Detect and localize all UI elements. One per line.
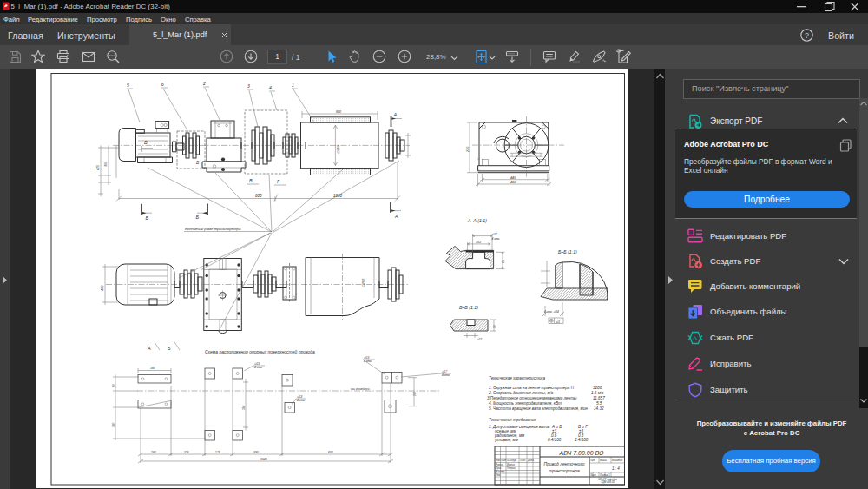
svg-text:3200: 3200 xyxy=(593,386,602,390)
svg-text:Лист: Лист xyxy=(589,473,597,477)
svg-text:600: 600 xyxy=(328,451,333,454)
svg-text:236: 236 xyxy=(466,146,470,153)
svg-text:А: А xyxy=(147,346,151,351)
svg-text:Б: Б xyxy=(196,160,200,165)
svg-text:Изм Лист: Изм Лист xyxy=(496,459,507,462)
svg-text:Схема расположения опорных пов: Схема расположения опорных поверхностей … xyxy=(205,349,315,354)
svg-text:430: 430 xyxy=(101,285,104,291)
svg-text:В: В xyxy=(146,215,149,221)
svg-text:5: 5 xyxy=(127,83,129,88)
svg-text:800: 800 xyxy=(336,110,341,114)
svg-text:Листов 1: Листов 1 xyxy=(599,473,610,477)
svg-text:460: 460 xyxy=(510,181,516,184)
svg-text:1.6 м/с: 1.6 м/с xyxy=(591,391,604,395)
svg-text:425: 425 xyxy=(96,165,100,170)
svg-text:20: 20 xyxy=(493,325,496,329)
svg-text:360: 360 xyxy=(104,162,108,167)
svg-text:∅17: ∅17 xyxy=(492,233,498,236)
svg-text:Масса: Масса xyxy=(600,459,607,462)
svg-text:Подп.: Подп. xyxy=(520,459,526,462)
svg-text:160: 160 xyxy=(151,451,156,454)
svg-text:В–В (1:1): В–В (1:1) xyxy=(459,305,478,310)
svg-text:1 : 4: 1 : 4 xyxy=(612,466,620,471)
svg-text:Привод ленточного: Привод ленточного xyxy=(544,461,585,466)
svg-text:Пров.: Пров. xyxy=(496,466,502,470)
svg-text:Разраб.: Разраб. xyxy=(496,463,504,466)
svg-text:3.Передаточное отношение механ: 3.Передаточное отношение механизма ленты xyxy=(487,396,577,400)
svg-text:4 отв.: 4 отв. xyxy=(364,360,372,363)
svg-text:390: 390 xyxy=(253,451,259,454)
svg-text:∅12: ∅12 xyxy=(477,338,483,341)
svg-text:АВЧ 7.00.00 ВО: АВЧ 7.00.00 ВО xyxy=(558,450,604,456)
svg-text:200: 200 xyxy=(413,391,417,397)
svg-text:Лит.: Лит. xyxy=(589,459,595,462)
svg-text:?: ? xyxy=(805,30,809,39)
svg-text:угловые, мм: угловые, мм xyxy=(494,438,519,442)
svg-text:350: 350 xyxy=(242,405,246,410)
svg-text:транспортера: транспортера xyxy=(549,468,580,473)
svg-text:А: А xyxy=(393,112,398,117)
svg-text:Б: Б xyxy=(168,346,171,351)
svg-text:Дата: Дата xyxy=(527,459,534,462)
svg-text:3: 3 xyxy=(247,83,250,89)
svg-text:215: 215 xyxy=(183,451,189,454)
svg-text:Б: Б xyxy=(196,215,200,220)
svg-text:№ докум.: № докум. xyxy=(507,459,517,462)
svg-text:445: 445 xyxy=(510,176,516,180)
svg-text:0.4/100: 0.4/100 xyxy=(548,438,562,442)
svg-text:600: 600 xyxy=(255,194,262,198)
svg-text:4 отв.: 4 отв. xyxy=(297,399,306,402)
svg-text:4 отв.: 4 отв. xyxy=(442,373,450,377)
svg-text:1: 1 xyxy=(292,83,294,88)
svg-text:14.32: 14.32 xyxy=(594,406,604,411)
svg-text:∅250: ∅250 xyxy=(361,278,365,287)
svg-text:Б–Б (1:1): Б–Б (1:1) xyxy=(558,249,577,254)
svg-text:175: 175 xyxy=(215,451,220,454)
svg-text:5. Частота вращения вала элект: 5. Частота вращения вала электродвигател… xyxy=(489,406,588,411)
svg-text:1. Окружная сила на ленте тран: 1. Окружная сила на ленте транспортера Н xyxy=(489,386,575,390)
svg-text:2.4/100: 2.4/100 xyxy=(574,438,589,442)
svg-text:380: 380 xyxy=(112,422,115,427)
svg-text:2: 2 xyxy=(202,81,206,86)
svg-text:А: А xyxy=(394,214,398,219)
svg-text:Масштаб: Масштаб xyxy=(612,459,623,462)
svg-text:4: 4 xyxy=(269,85,272,90)
svg-text:4 отв.: 4 отв. xyxy=(254,366,263,369)
svg-text:Технические требования: Технические требования xyxy=(489,418,536,422)
svg-text:Г: Г xyxy=(277,179,280,184)
svg-text:25: 25 xyxy=(502,260,505,264)
svg-text:ось конвейера: ось конвейера xyxy=(351,387,370,391)
svg-text:180: 180 xyxy=(150,367,155,370)
svg-text:4 отв.: 4 отв. xyxy=(492,237,501,241)
svg-text:СДМ 439.00: СДМ 439.00 xyxy=(601,480,615,484)
svg-text:∅250: ∅250 xyxy=(336,144,340,154)
svg-text:∅12: ∅12 xyxy=(476,241,482,244)
svg-text:Иванов: Иванов xyxy=(507,463,515,466)
svg-text:Крепить к раме транспортера: Крепить к раме транспортера xyxy=(185,227,241,231)
svg-text:90: 90 xyxy=(112,384,115,387)
svg-text:Петров: Петров xyxy=(507,466,516,470)
svg-text:А–А (1:1): А–А (1:1) xyxy=(467,218,487,223)
svg-text:6: 6 xyxy=(161,82,164,87)
svg-text:В: В xyxy=(144,140,148,145)
svg-text:В: В xyxy=(249,178,253,183)
svg-text:1540: 1540 xyxy=(260,458,267,461)
svg-text:Н.контр.: Н.контр. xyxy=(496,470,505,473)
svg-text:2. Скорость движения ленты, м/: 2. Скорость движения ленты, м/с xyxy=(488,391,554,395)
svg-text:11.657: 11.657 xyxy=(593,396,605,400)
svg-text:4 отв. ∅14: 4 отв. ∅14 xyxy=(544,310,559,314)
svg-text:Техническая характеристика: Техническая характеристика xyxy=(489,376,545,380)
svg-text:5.5: 5.5 xyxy=(596,401,602,406)
svg-text:Утв.: Утв. xyxy=(496,473,501,477)
svg-text:4. Мощность электродвигателя,: 4. Мощность электродвигателя, кВт xyxy=(489,401,562,406)
svg-text:∅1: ∅1 xyxy=(556,320,561,324)
